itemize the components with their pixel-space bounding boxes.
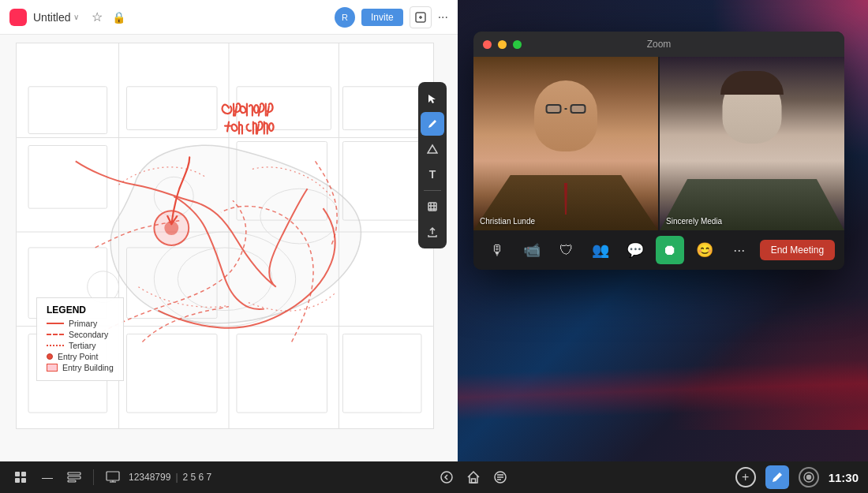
taskbar-home-btn[interactable]: [462, 466, 485, 488]
window-fullscreen-btn[interactable]: [513, 40, 522, 49]
text-tool[interactable]: T: [421, 162, 444, 186]
zoom-window[interactable]: Zoom: [473, 32, 844, 270]
svg-rect-17: [127, 334, 218, 413]
svg-rect-33: [15, 472, 20, 476]
participant-name-sincerely: Sincerely Media: [666, 217, 722, 226]
legend-title: LEGEND: [47, 304, 114, 316]
zoom-participants-btn[interactable]: 👥: [586, 236, 615, 264]
svg-rect-13: [237, 141, 327, 220]
window-minimize-btn[interactable]: [498, 40, 507, 49]
legend-entry-point-dot: [47, 353, 53, 360]
legend-item-entry-building: Entry Building: [47, 363, 114, 372]
app-header: Untitled ∨ ☆ 🔒 R Invite ···: [0, 0, 458, 35]
zoom-record-btn[interactable]: ⏺: [656, 236, 684, 264]
zoom-video-btn[interactable]: 📹: [518, 236, 546, 264]
svg-rect-19: [342, 334, 421, 413]
toolbar-divider-1: [424, 190, 441, 191]
app-logo: [9, 9, 27, 26]
svg-point-43: [441, 472, 452, 483]
taskbar-back-btn[interactable]: [436, 466, 458, 488]
taskbar-add-btn[interactable]: +: [735, 467, 756, 487]
whiteboard-app: Untitled ∨ ☆ 🔒 R Invite ···: [0, 0, 458, 461]
zoom-titlebar: Zoom: [473, 32, 844, 57]
whiteboard-canvas: LEGEND Primary Secondary Tertiary Entry …: [16, 43, 434, 429]
header-icons: ☆ 🔒: [92, 9, 125, 24]
svg-point-20: [154, 232, 295, 327]
zoom-controls-bar: 🎙 📹 🛡 👥 💬 ⏺ 😊 ··· End Meeting: [473, 230, 844, 270]
svg-rect-36: [21, 478, 26, 483]
zoom-more-btn[interactable]: ···: [725, 236, 754, 264]
svg-point-50: [806, 476, 810, 480]
svg-rect-37: [68, 472, 80, 475]
shape-tool[interactable]: [421, 137, 444, 161]
zoom-window-title: Zoom: [647, 39, 672, 50]
svg-rect-44: [471, 479, 475, 483]
favorite-icon[interactable]: ☆: [92, 9, 103, 24]
desktop-accent-line: [458, 360, 868, 421]
taskbar-pencil-btn[interactable]: [765, 465, 789, 489]
cursor-tool[interactable]: [421, 87, 444, 110]
svg-rect-34: [21, 472, 26, 476]
window-close-btn[interactable]: [483, 40, 492, 49]
svg-rect-10: [237, 87, 331, 130]
zoom-security-btn[interactable]: 🛡: [552, 236, 581, 264]
canvas-area[interactable]: LEGEND Primary Secondary Tertiary Entry …: [0, 35, 458, 461]
taskbar-grid-icon[interactable]: [9, 466, 32, 488]
taskbar-right-section: + 11:30: [735, 465, 859, 489]
svg-point-21: [178, 248, 272, 311]
zoom-mic-btn[interactable]: 🎙: [483, 236, 511, 264]
video-tile-christian: Christian Lunde: [473, 57, 658, 230]
svg-rect-7: [28, 87, 107, 134]
legend-item-tertiary: Tertiary: [47, 341, 114, 350]
document-title[interactable]: Untitled ∨: [33, 11, 79, 24]
zoom-video-grid: Christian Lunde Sincerely Media: [473, 57, 844, 230]
svg-rect-8: [28, 145, 107, 208]
taskbar-monitor-icon: [102, 466, 124, 488]
taskbar-record-btn[interactable]: [799, 467, 819, 487]
svg-rect-9: [127, 87, 218, 130]
svg-rect-12: [342, 141, 421, 220]
svg-rect-35: [15, 478, 20, 483]
header-right: R Invite ···: [335, 6, 448, 28]
lock-icon[interactable]: 🔒: [112, 11, 125, 24]
upload-tool[interactable]: [421, 220, 444, 244]
title-text: Untitled: [33, 11, 70, 24]
legend-primary-line: [47, 323, 64, 324]
zoom-reactions-btn[interactable]: 😊: [690, 236, 719, 264]
svg-rect-18: [237, 334, 327, 413]
svg-marker-27: [428, 145, 437, 153]
taskbar-menu-btn[interactable]: [489, 466, 511, 488]
zoom-end-meeting-btn[interactable]: End Meeting: [760, 240, 835, 260]
legend-secondary-line: [47, 334, 64, 335]
participant-name-christian: Christian Lunde: [480, 217, 535, 226]
pen-tool[interactable]: [421, 112, 444, 136]
legend-tertiary-line: [47, 345, 64, 346]
legend-item-entry-point: Entry Point: [47, 352, 114, 361]
right-panel: Zoom: [458, 0, 868, 493]
legend-entry-building-label: Entry Building: [62, 363, 114, 372]
svg-point-22: [260, 189, 339, 244]
taskbar-tabs-icon[interactable]: [63, 466, 85, 488]
zoom-chat-btn[interactable]: 💬: [621, 236, 649, 264]
taskbar-minus-icon[interactable]: —: [36, 466, 58, 488]
frame-tool[interactable]: [421, 195, 444, 218]
svg-point-25: [154, 211, 189, 245]
user-avatar: R: [335, 7, 355, 28]
taskbar-time: 11:30: [829, 471, 859, 484]
legend-tertiary-label: Tertiary: [69, 341, 95, 350]
video-tile-sincerely: Sincerely Media: [658, 57, 844, 230]
more-button[interactable]: ···: [438, 10, 448, 24]
legend-secondary-label: Secondary: [69, 330, 108, 339]
invite-button[interactable]: Invite: [361, 9, 403, 26]
legend-item-secondary: Secondary: [47, 330, 114, 339]
svg-rect-15: [127, 248, 218, 319]
legend-entry-building-rect: [47, 364, 58, 372]
taskbar-id-text: 12348799: [129, 472, 170, 483]
svg-rect-39: [68, 480, 76, 482]
share-button[interactable]: [410, 6, 432, 28]
svg-rect-11: [342, 87, 421, 130]
svg-rect-38: [68, 476, 80, 479]
svg-point-23: [154, 177, 193, 216]
svg-point-26: [165, 222, 178, 234]
legend-item-primary: Primary: [47, 319, 114, 328]
